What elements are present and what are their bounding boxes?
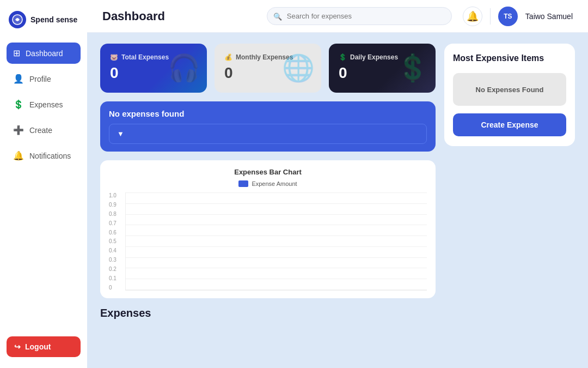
header: Dashboard 🔍 🔔 TS Taiwo Samuel	[87, 0, 588, 33]
chart-grid-line	[126, 246, 427, 247]
chart-legend: Expense Amount	[109, 180, 427, 187]
no-expenses-found-box: No Expenses Found	[453, 73, 566, 106]
notification-button[interactable]: 🔔	[463, 7, 482, 26]
y-label: 1.0	[109, 192, 117, 198]
sidebar-item-expenses[interactable]: 💲 Expenses	[7, 94, 81, 115]
total-card-bg-icon: 🎧	[168, 53, 200, 83]
sidebar-item-create[interactable]: ➕ Create	[7, 119, 81, 141]
chart-title: Expenses Bar Chart	[109, 168, 427, 176]
monthly-expenses-card: 💰 Monthly Expenses 0 🌐	[215, 44, 321, 93]
chart-grid-line	[126, 225, 427, 225]
profile-icon: 👤	[13, 74, 24, 84]
y-label: 0	[109, 285, 117, 291]
y-label: 0.2	[109, 266, 117, 272]
content-left: 🐷 Total Expenses 0 🎧 💰 Monthly Expenses …	[100, 44, 444, 357]
logout-icon: ↪	[14, 342, 21, 351]
piggy-icon: 🐷	[110, 53, 118, 61]
daily-card-bg-icon: 💲	[396, 53, 429, 83]
chart-grid-line	[126, 236, 427, 236]
y-label: 0.7	[109, 220, 117, 226]
daily-expenses-card: 💲 Daily Expenses 0 💲	[329, 44, 436, 93]
no-expenses-text: No expenses found	[109, 109, 427, 118]
dollar-icon: 💲	[339, 53, 347, 61]
panel-title: Most Expensive Items	[453, 53, 566, 63]
content: 🐷 Total Expenses 0 🎧 💰 Monthly Expenses …	[87, 33, 588, 368]
search-icon: 🔍	[273, 12, 282, 20]
y-label: 0.4	[109, 248, 117, 254]
notifications-icon: 🔔	[13, 150, 24, 161]
dollar-circle-icon: 💰	[224, 53, 232, 61]
dashboard-icon: ⊞	[13, 48, 20, 58]
chart-grid-line	[126, 192, 427, 193]
chart-grid-line	[126, 257, 427, 258]
sidebar-item-label: Profile	[29, 75, 51, 83]
legend-label: Expense Amount	[252, 180, 297, 187]
create-icon: ➕	[13, 125, 24, 135]
chart-grid	[125, 192, 427, 291]
expenses-icon: 💲	[13, 99, 24, 110]
logo: Spend sense	[7, 11, 81, 28]
search-bar: 🔍	[267, 7, 452, 25]
y-label: 0.9	[109, 202, 117, 208]
logout-label: Logout	[25, 342, 51, 351]
category-select[interactable]: ▼	[109, 124, 427, 144]
chart-grid-line	[126, 279, 427, 279]
sidebar-item-label: Create	[29, 126, 52, 135]
search-input[interactable]	[267, 7, 452, 25]
chart-section: Expenses Bar Chart Expense Amount 1.0 0.…	[100, 160, 436, 298]
sidebar-item-profile[interactable]: 👤 Profile	[7, 68, 81, 89]
header-divider	[490, 8, 491, 25]
y-label: 0.6	[109, 230, 117, 236]
sidebar-item-label: Notifications	[29, 152, 71, 160]
logo-icon	[9, 11, 26, 28]
chart-grid-line	[126, 203, 427, 204]
y-label: 0.1	[109, 275, 117, 281]
create-expense-button[interactable]: Create Expense	[453, 113, 566, 136]
chart-grid-line	[126, 268, 427, 268]
user-name: Taiwo Samuel	[525, 12, 573, 21]
chart-grid-line	[126, 289, 427, 290]
y-label: 0.3	[109, 257, 117, 263]
sidebar-item-dashboard[interactable]: ⊞ Dashboard	[7, 43, 81, 64]
sidebar: Spend sense ⊞ Dashboard 👤 Profile 💲 Expe…	[0, 0, 87, 368]
avatar: TS	[498, 7, 518, 26]
expenses-section-title: Expenses	[100, 307, 436, 319]
no-expenses-section: No expenses found ▼	[100, 101, 436, 152]
right-panel: Most Expensive Items No Expenses Found C…	[444, 44, 575, 146]
sidebar-item-label: Dashboard	[26, 49, 63, 58]
logo-text: Spend sense	[30, 15, 77, 24]
legend-color-swatch	[238, 180, 248, 187]
y-label: 0.8	[109, 211, 117, 217]
page-title: Dashboard	[102, 9, 165, 23]
cards-row: 🐷 Total Expenses 0 🎧 💰 Monthly Expenses …	[100, 44, 436, 93]
total-expenses-card: 🐷 Total Expenses 0 🎧	[100, 44, 207, 93]
sidebar-item-label: Expenses	[29, 100, 63, 109]
y-label: 0.5	[109, 238, 117, 244]
sidebar-item-notifications[interactable]: 🔔 Notifications	[7, 145, 81, 166]
main-area: Dashboard 🔍 🔔 TS Taiwo Samuel 🐷 Total Ex…	[87, 0, 588, 368]
logout-button[interactable]: ↪ Logout	[7, 336, 81, 357]
chart-y-labels: 1.0 0.9 0.8 0.7 0.6 0.5 0.4 0.3 0.2 0.1 …	[109, 192, 117, 291]
header-actions: 🔔 TS Taiwo Samuel	[463, 7, 573, 26]
monthly-card-bg-icon: 🌐	[282, 53, 315, 83]
chart-grid-line	[126, 214, 427, 215]
chart-area: 1.0 0.9 0.8 0.7 0.6 0.5 0.4 0.3 0.2 0.1 …	[109, 192, 427, 291]
